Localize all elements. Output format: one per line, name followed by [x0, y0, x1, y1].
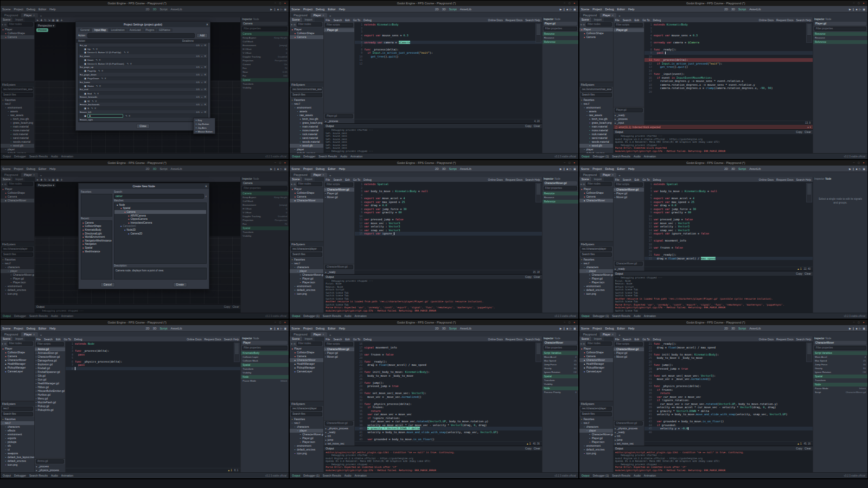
instance-scene-icon[interactable]: ∞: [583, 342, 585, 345]
workspace-tab-script[interactable]: Script: [738, 167, 746, 170]
pause-icon[interactable]: ∥: [853, 8, 854, 11]
doc-button-online-docs[interactable]: Online Docs: [488, 178, 503, 181]
inspector-property-row[interactable]: Resource: [542, 195, 578, 199]
delete-event-icon[interactable]: ✕: [97, 92, 99, 95]
instance-scene-icon[interactable]: ∞: [583, 182, 585, 186]
play-scene-icon[interactable]: ▷: [280, 327, 283, 330]
member-item[interactable]: ●jump: [324, 438, 354, 442]
inspector-property-row[interactable]: Jump Force30: [813, 363, 867, 366]
script-menu-file[interactable]: File: [324, 18, 331, 22]
settings-tab-autoload[interactable]: AutoLoad: [127, 28, 143, 32]
close-tab-icon[interactable]: ✕: [611, 333, 614, 336]
scene-tree-node[interactable]: ●Camera: [579, 354, 613, 358]
maximize-button[interactable]: ▢: [278, 321, 282, 324]
inspector-section[interactable]: Reference: [542, 40, 578, 44]
script-list-item[interactable]: ▪Hitbox.gd: [35, 385, 65, 389]
delete-event-icon[interactable]: ✕: [95, 100, 97, 103]
workspace-tab-3d[interactable]: 3D: [731, 8, 735, 11]
copy-button[interactable]: Copy: [525, 447, 532, 450]
bottom-tab-search-results[interactable]: Search Results: [323, 314, 341, 318]
minimize-button[interactable]: ─: [273, 2, 277, 5]
clear-button[interactable]: Clear: [534, 124, 540, 128]
scene-tree-node[interactable]: ●Camera: [290, 195, 323, 199]
movie-icon[interactable]: ▣: [863, 327, 865, 330]
member-item[interactable]: ●_ready: [614, 113, 644, 117]
close-button[interactable]: ●: [573, 2, 576, 5]
script-list-item[interactable]: ▪Mover.gd: [324, 195, 354, 199]
close-tab-icon[interactable]: ✕: [322, 333, 324, 336]
filter-properties-input[interactable]: Filter properties: [544, 186, 577, 191]
instance-scene-icon[interactable]: ∞: [293, 182, 296, 186]
delete-event-icon[interactable]: ✕: [101, 69, 104, 72]
play-icon[interactable]: ▶: [849, 167, 851, 170]
workspace-tab-assetlib[interactable]: AssetLib: [749, 8, 761, 11]
match-tree-item[interactable]: ●Node2D: [114, 228, 206, 232]
menu-scene[interactable]: Scene: [579, 327, 591, 330]
bottom-tab-search-results[interactable]: Search Results: [323, 474, 341, 477]
filesystem-item[interactable]: ▪icon.png: [1, 463, 34, 467]
scene-tab-player[interactable]: Player✕: [600, 332, 616, 337]
pause-icon[interactable]: ∥: [564, 8, 565, 11]
member-item[interactable]: ●_ready: [324, 430, 354, 434]
dialog-close-icon[interactable]: ✕: [206, 23, 208, 26]
recent-item[interactable]: ●NavigationMeshInstance: [81, 239, 112, 243]
close-button[interactable]: ●: [862, 2, 865, 5]
clear-button[interactable]: Clear: [805, 130, 811, 134]
filesystem-item[interactable]: ▪weeds.material: [290, 140, 323, 144]
edit-event-icon[interactable]: ✎: [98, 69, 100, 72]
script-menu-edit[interactable]: Edit: [633, 338, 641, 341]
delete-event-icon[interactable]: ✕: [99, 59, 101, 61]
stop-icon[interactable]: ■: [856, 8, 857, 11]
filesystem-item[interactable]: ▪assets: [579, 110, 613, 113]
deadzone-value[interactable]: 0.5: [196, 96, 200, 98]
workspace-tab-3d[interactable]: 3D: [442, 327, 446, 330]
script-menu-debug[interactable]: Debug: [651, 18, 662, 22]
doc-button-request-docs[interactable]: Request Docs: [506, 338, 522, 341]
filesystem-item[interactable]: ▪Favorites: [290, 417, 323, 421]
stop-icon[interactable]: ■: [566, 8, 568, 11]
menu-debug[interactable]: Debug: [25, 327, 37, 330]
filesystem-item[interactable]: ▪exports: [1, 436, 34, 440]
scene-tab-playground[interactable]: Playground: [580, 332, 599, 337]
input-action-row[interactable]: ▾move_right0.5+✕: [79, 118, 207, 122]
dock-tab-import[interactable]: Import: [592, 177, 604, 181]
filesystem-item[interactable]: ▪default_env.tres: [290, 288, 323, 292]
filesystem-item[interactable]: ▪res://: [290, 262, 323, 265]
menu-project[interactable]: Project: [12, 327, 25, 330]
close-button[interactable]: ●: [573, 321, 576, 324]
filter-scripts-input[interactable]: Filter scripts: [325, 182, 353, 187]
filesystem-path[interactable]: res://characters/player: [291, 247, 322, 251]
script-list-item[interactable]: ▪PickupInfo.gd: [35, 408, 65, 412]
settings-tab-gdnative[interactable]: GDNative: [157, 28, 173, 32]
delete-action-icon[interactable]: ✕: [204, 44, 206, 47]
pause-icon[interactable]: ∥: [564, 327, 565, 330]
match-tree-item[interactable]: ●Camera: [114, 210, 206, 214]
script-list-item[interactable]: ▪Player.gd: [324, 351, 354, 355]
filesystem-item[interactable]: ▪weeds.material: [579, 140, 613, 144]
script-menu-debug[interactable]: Debug: [362, 338, 373, 341]
scene-tab-playground[interactable]: Playground: [291, 173, 310, 177]
add-event-icon[interactable]: +: [201, 44, 203, 47]
script-menu-go-to[interactable]: Go To: [352, 18, 362, 22]
menu-project[interactable]: Project: [302, 167, 314, 170]
member-item[interactable]: ●_ready: [614, 267, 644, 271]
play-scene-icon[interactable]: ▷: [859, 327, 861, 330]
dock-tab-inspector[interactable]: Inspector: [814, 178, 825, 180]
workspace-tab-2d[interactable]: 2D: [435, 167, 439, 170]
recent-item[interactable]: ●KinematicBody: [81, 228, 112, 232]
filesystem-item[interactable]: ▪player: [579, 429, 613, 433]
match-tree-item[interactable]: ●CanvasItem: [114, 225, 206, 229]
inspector-section[interactable]: Script Variables: [813, 351, 867, 355]
clear-button[interactable]: Clear: [534, 447, 540, 450]
scene-tree-node[interactable]: ●CollisionShape: [579, 351, 613, 354]
menu-scene[interactable]: Scene: [290, 167, 302, 170]
filesystem-item[interactable]: ▪Player.gd: [290, 277, 323, 281]
input-action-row[interactable]: ▾ui_down0.5+✕: [79, 54, 207, 58]
search-files-input[interactable]: Search files: [2, 412, 33, 416]
script-menu-search[interactable]: Search: [621, 18, 633, 22]
code-area[interactable]: 1extends Spatial23var body_to_move : Kin…: [355, 182, 541, 270]
scene-tab-playground[interactable]: Playground: [2, 332, 21, 337]
filesystem-item[interactable]: ▪grass_beach.png: [290, 121, 323, 125]
script-list-item[interactable]: ▪Menu.gd: [35, 397, 65, 401]
filter-nodes-input[interactable]: Filter nodes: [297, 182, 323, 186]
